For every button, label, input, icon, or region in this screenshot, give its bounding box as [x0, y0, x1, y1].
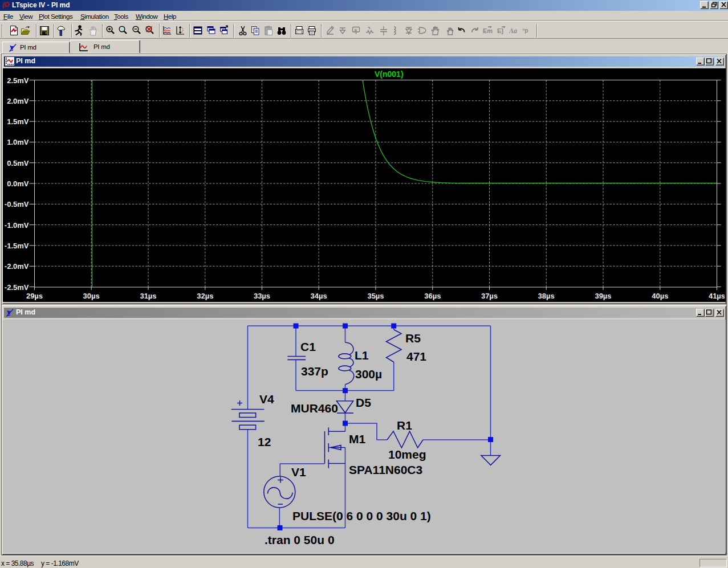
svg-text:Em: Em [483, 27, 493, 34]
svg-text:471: 471 [406, 350, 426, 363]
svg-text:36µs: 36µs [424, 292, 441, 300]
svg-text:41µs: 41µs [709, 292, 725, 300]
svg-text:a: a [355, 27, 357, 32]
svg-text:-1.5mV: -1.5mV [5, 242, 29, 250]
svg-text:V1: V1 [291, 465, 306, 479]
svg-text:337p: 337p [301, 365, 328, 378]
svg-text:SPA11N60C3: SPA11N60C3 [349, 463, 422, 476]
svg-text:10meg: 10meg [388, 448, 426, 461]
svg-text:E]: E] [497, 27, 503, 34]
svg-text:29µs: 29µs [26, 292, 43, 300]
svg-text:40µs: 40µs [652, 292, 668, 300]
svg-text:-2.5mV: -2.5mV [5, 283, 29, 292]
svg-text:-1.0mV: -1.0mV [5, 221, 29, 230]
svg-text:L1: L1 [355, 349, 369, 362]
svg-text:V4: V4 [259, 393, 274, 406]
svg-text:34µs: 34µs [311, 292, 327, 300]
svg-text:ºp: ºp [523, 27, 528, 34]
svg-text:39µs: 39µs [595, 292, 611, 300]
svg-text:38µs: 38µs [538, 292, 555, 300]
svg-text:R1: R1 [397, 419, 412, 432]
svg-text:-2.0mV: -2.0mV [5, 262, 29, 271]
svg-text:1.0mV: 1.0mV [7, 138, 29, 146]
svg-text:C1: C1 [300, 340, 316, 353]
svg-text:35µs: 35µs [367, 292, 384, 300]
svg-text:M1: M1 [349, 432, 365, 446]
svg-text:2.0mV: 2.0mV [7, 97, 29, 105]
svg-text:300µ: 300µ [355, 367, 382, 381]
svg-text:32µs: 32µs [197, 292, 213, 300]
svg-text:V(n001): V(n001) [375, 70, 404, 79]
svg-text:MUR460: MUR460 [291, 402, 338, 415]
svg-text:Aa: Aa [509, 27, 517, 35]
svg-text:2.5mV: 2.5mV [7, 76, 29, 85]
svg-text:R5: R5 [405, 332, 421, 345]
svg-text:12: 12 [258, 435, 271, 448]
svg-text:1.5mV: 1.5mV [7, 117, 29, 126]
svg-text:30µs: 30µs [83, 292, 100, 300]
svg-text:D5: D5 [356, 396, 371, 409]
svg-text:.tran 0 50u 0: .tran 0 50u 0 [265, 533, 335, 546]
svg-text:-0.5mV: -0.5mV [5, 200, 29, 209]
svg-text:0.0mV: 0.0mV [7, 179, 29, 188]
svg-text:33µs: 33µs [254, 292, 270, 300]
svg-text:31µs: 31µs [140, 292, 156, 300]
svg-text:0.5mV: 0.5mV [7, 159, 29, 167]
svg-text:37µs: 37µs [481, 292, 498, 300]
svg-text:PULSE(0 6 0 0 0 30u 0 1): PULSE(0 6 0 0 0 30u 0 1) [292, 509, 431, 522]
